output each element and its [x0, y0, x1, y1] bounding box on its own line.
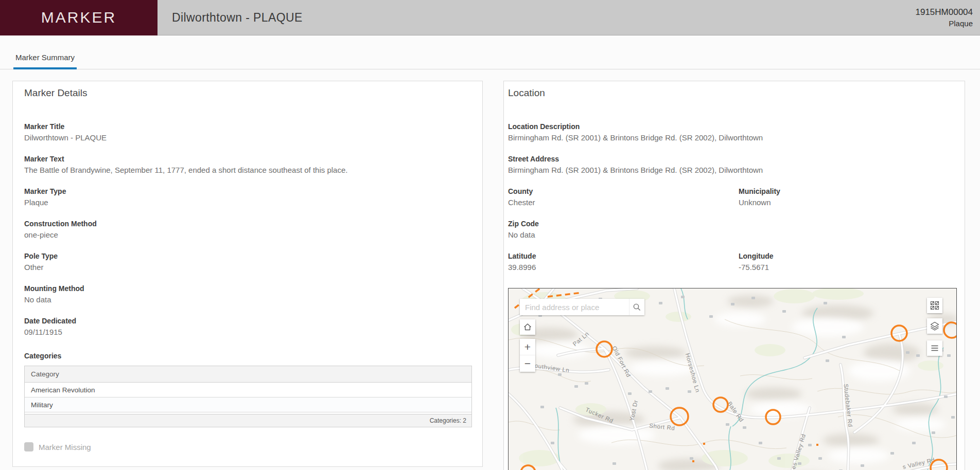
field-value: one-piece: [24, 230, 471, 239]
field-value: 09/11/1915: [24, 328, 471, 336]
section-title-marker-details: Marker Details: [24, 87, 471, 99]
categories-column-header: Category: [25, 366, 471, 383]
field-latitude: Latitude 39.8996: [508, 252, 739, 272]
map-marker-circle[interactable]: [521, 465, 535, 470]
categories-label: Categories: [24, 352, 471, 360]
field-municipality: Municipality Unknown: [739, 187, 960, 207]
section-title-location: Location: [508, 87, 960, 99]
categories-table: Category American Revolution Military Ca…: [24, 366, 472, 427]
field-value: Chester: [508, 198, 739, 207]
table-row[interactable]: American Revolution: [25, 383, 471, 397]
field-label: Latitude: [508, 252, 739, 260]
home-icon: [523, 322, 532, 332]
field-label: Date Dedicated: [24, 317, 471, 325]
layers-button[interactable]: [927, 318, 942, 334]
field-label: Zip Code: [508, 220, 960, 228]
field-label: County: [508, 187, 739, 195]
app-header: MARKER Dilworthtown - PLAQUE 1915HM00004…: [0, 0, 980, 35]
field-marker-text: Marker Text The Battle of Brandywine, Se…: [24, 155, 471, 174]
field-county: County Chester: [508, 187, 739, 207]
record-type: Plaque: [915, 18, 973, 29]
field-label: Marker Type: [24, 187, 471, 195]
field-street-address: Street Address Birmingham Rd. (SR 2001) …: [508, 155, 960, 174]
layers-icon: [930, 321, 940, 331]
field-value: No data: [508, 230, 960, 239]
field-label: Construction Method: [24, 220, 471, 228]
field-mounting-method: Mounting Method No data: [24, 284, 471, 304]
field-value: No data: [24, 295, 471, 304]
field-pole-type: Pole Type Other: [24, 252, 471, 272]
field-value: The Battle of Brandywine, September 11, …: [24, 166, 471, 174]
zoom-in-button[interactable]: +: [520, 339, 535, 355]
field-value: Unknown: [739, 198, 960, 207]
field-value: Birmingham Rd. (SR 2001) & Brintons Brid…: [508, 166, 960, 174]
field-label: Street Address: [508, 155, 960, 163]
location-panel: Location Location Description Birmingham…: [503, 81, 965, 470]
map-marker-circle[interactable]: [944, 322, 957, 338]
categories-count: Categories: 2: [25, 414, 471, 427]
basemap-gallery-icon: [930, 301, 939, 310]
tab-bar: Marker Summary: [0, 36, 980, 69]
field-location-description: Location Description Birmingham Rd. (SR …: [508, 122, 960, 142]
search-button[interactable]: [629, 299, 644, 315]
field-marker-type: Marker Type Plaque: [24, 187, 471, 207]
page-title: Dilworthtown - PLAQUE: [172, 11, 303, 25]
map-canvas: Pat Ln Old Fort Rd Southview Ln Horsesho…: [509, 288, 957, 470]
field-value: Plaque: [24, 198, 471, 207]
home-button[interactable]: [520, 319, 535, 335]
field-value: 39.8996: [508, 263, 739, 272]
field-label: Location Description: [508, 122, 960, 131]
field-value: Other: [24, 263, 471, 272]
marker-missing-label: Marker Missing: [39, 443, 91, 451]
field-construction-method: Construction Method one-piece: [24, 220, 471, 239]
road-label: Short Rd: [649, 422, 675, 431]
field-label: Mounting Method: [24, 284, 471, 293]
field-zip-code: Zip Code No data: [508, 220, 960, 239]
field-date-dedicated: Date Dedicated 09/11/1915: [24, 317, 471, 336]
marker-details-panel: Marker Details Marker Title Dilworthtown…: [12, 81, 483, 467]
road-label: Southview Ln: [530, 362, 570, 373]
field-label: Longitude: [739, 252, 960, 260]
search-input[interactable]: [520, 299, 629, 315]
zoom-out-button[interactable]: −: [520, 355, 535, 372]
legend-list-icon: [930, 344, 939, 353]
legend-button[interactable]: [927, 340, 942, 356]
record-info: 1915HM00004 Plaque: [915, 6, 973, 29]
field-label: Municipality: [739, 187, 960, 195]
basemap-gallery-button[interactable]: [927, 298, 942, 313]
field-label: Marker Text: [24, 155, 471, 163]
field-label: Marker Title: [24, 122, 471, 131]
field-value: Birmingham Rd. (SR 2001) & Brintons Brid…: [508, 133, 960, 142]
location-map[interactable]: Pat Ln Old Fort Rd Southview Ln Horsesho…: [508, 288, 957, 470]
field-value: -75.5671: [739, 263, 960, 272]
record-id: 1915HM00004: [915, 6, 973, 19]
tab-marker-summary[interactable]: Marker Summary: [13, 53, 77, 69]
field-marker-title: Marker Title Dilworthtown - PLAQUE: [24, 122, 471, 142]
app-logo: MARKER: [0, 0, 157, 35]
table-row[interactable]: Military: [25, 397, 471, 412]
field-label: Pole Type: [24, 252, 471, 260]
zoom-controls: + −: [520, 339, 535, 372]
marker-missing-checkbox[interactable]: [24, 442, 33, 451]
field-value: Dilworthtown - PLAQUE: [24, 133, 471, 142]
field-longitude: Longitude -75.5671: [739, 252, 960, 272]
marker-missing-row: Marker Missing: [24, 442, 471, 451]
search-icon: [633, 303, 641, 312]
map-search: [520, 299, 644, 315]
